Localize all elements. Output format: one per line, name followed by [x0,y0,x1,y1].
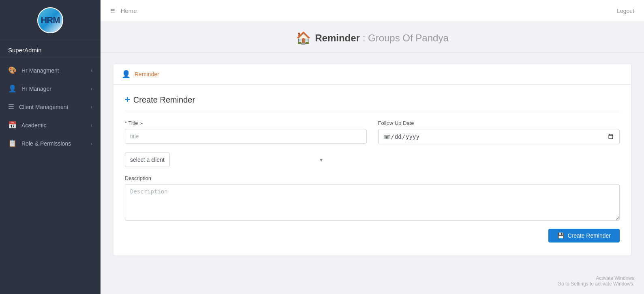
academic-icon: 📅 [8,121,17,129]
sidebar-item-label-hr-manager: Hr Manager [21,86,51,92]
plus-icon: + [125,94,130,105]
content-area: 👤 Reminder + Create Reminder * Title :- [101,53,644,267]
chevron-icon-hr-manager: ‹ [91,86,92,92]
create-reminder-button-label: Create Reminder [567,232,611,239]
role-permissions-icon: 📋 [8,139,17,148]
page-heading: 🏠 Reminder : Groups Of Pandya [101,22,644,53]
description-textarea[interactable] [125,184,620,221]
card-header-label: Reminder [135,71,159,77]
chevron-icon-academic: ‹ [91,122,92,128]
card-header: 👤 Reminder [113,64,631,85]
description-label: Description [125,175,620,181]
sidebar-nav: 🎨 Hr Managment ‹ 👤 Hr Manager ‹ ☰ Client… [0,58,101,294]
client-select-wrapper: select a client [125,152,327,167]
create-reminder-form: * Title :- Follow Up Date select a clie [125,120,620,242]
hr-management-icon: 🎨 [8,66,17,75]
page-heading-icon: 🏠 [296,31,311,45]
heading-separator: : [363,32,368,43]
followup-label: Follow Up Date [378,120,620,126]
title-input[interactable] [125,129,367,144]
client-select[interactable]: select a client [125,152,170,167]
form-group-description: Description [125,175,620,221]
chevron-icon-role-permissions: ‹ [91,141,92,146]
chevron-icon-client-management: ‹ [91,104,92,110]
chevron-icon-hr-management: ‹ [91,68,92,73]
sidebar-item-label-hr-management: Hr Managment [21,67,59,74]
sidebar: HRM SuperAdmin 🎨 Hr Managment ‹ 👤 Hr Man… [0,0,101,294]
sidebar-item-role-permissions[interactable]: 📋 Role & Permissions ‹ [0,134,101,152]
main-content: ≡ Home Logout 🏠 Reminder : Groups Of Pan… [101,0,644,294]
create-reminder-button[interactable]: 💾 Create Reminder [548,229,620,242]
breadcrumb-home[interactable]: Home [121,7,137,14]
logo-circle: HRM [37,7,63,33]
client-management-icon: ☰ [8,103,14,111]
hr-manager-icon: 👤 [8,84,17,93]
form-footer: 💾 Create Reminder [125,229,620,242]
sidebar-item-academic[interactable]: 📅 Academic ‹ [0,116,101,134]
sidebar-item-hr-management[interactable]: 🎨 Hr Managment ‹ [0,61,101,79]
heading-prefix: Reminder [315,32,360,43]
save-icon: 💾 [557,232,564,239]
followup-date-input[interactable] [378,129,620,144]
sidebar-item-label-client-management: Client Management [19,104,68,110]
sidebar-item-label-academic: Academic [21,122,46,129]
card-body: + Create Reminder * Title :- Follow Up D… [113,85,631,255]
hamburger-button[interactable]: ≡ [110,6,115,15]
heading-suffix: Groups Of Pandya [368,32,449,43]
sidebar-user-label: SuperAdmin [0,39,101,58]
form-group-title: * Title :- [125,120,367,144]
form-row-title-date: * Title :- Follow Up Date [125,120,620,144]
reminder-card: 👤 Reminder + Create Reminder * Title :- [113,64,631,255]
title-label: * Title :- [125,120,367,126]
section-title-label: Create Reminder [133,95,195,105]
topbar-left: ≡ Home [110,6,137,15]
card-header-icon: 👤 [122,70,131,79]
sidebar-item-label-role-permissions: Role & Permissions [21,140,71,147]
sidebar-logo: HRM [0,0,101,39]
section-title: + Create Reminder [125,94,620,111]
topbar: ≡ Home Logout [101,0,644,22]
sidebar-item-client-management[interactable]: ☰ Client Management ‹ [0,98,101,116]
logout-button[interactable]: Logout [617,8,634,14]
form-group-followup: Follow Up Date [378,120,620,144]
sidebar-item-hr-manager[interactable]: 👤 Hr Manager ‹ [0,79,101,98]
client-select-row: select a client [125,152,620,167]
page-heading-text: Reminder : Groups Of Pandya [315,32,449,44]
